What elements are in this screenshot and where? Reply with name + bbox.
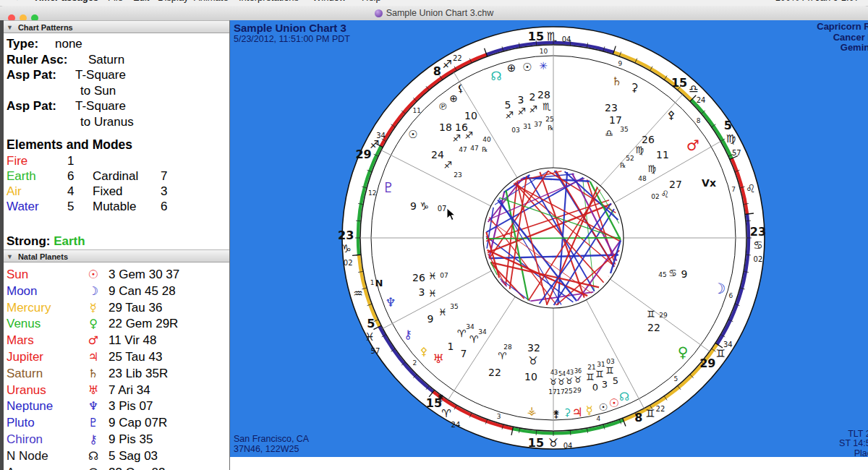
planet-name: Venus xyxy=(7,316,41,333)
house-number: 6 xyxy=(729,292,733,299)
wheel-point-label: 17 xyxy=(556,388,564,396)
info-line: ST 14:50:21 xyxy=(839,439,868,449)
wheel-point-label: 9 xyxy=(681,268,688,280)
aspect-line xyxy=(486,238,621,239)
wheel-point-label: 34 xyxy=(478,328,487,336)
elements-modes-table: Fire1Earth6Cardinal7Air4Fixed3Water5Muta… xyxy=(0,153,229,214)
house-number: 1 xyxy=(370,279,375,286)
section-header-natal-planets[interactable]: ▼Natal Planets xyxy=(0,249,229,262)
wheel-point-label: ♅ xyxy=(433,351,443,366)
wheel-point-label: 17 xyxy=(609,114,622,126)
menu-item-edit[interactable]: Edit xyxy=(133,0,149,3)
wheel-point-label: 21 xyxy=(587,364,595,371)
app-window: ●TimePassagesFileEditDisplayAnimateInter… xyxy=(0,0,868,470)
natal-planet-row: Mars♂11 Vir 48 xyxy=(0,333,229,349)
wheel-point-label: ☉ xyxy=(522,61,532,74)
cusp-label-ic: ♉ xyxy=(548,436,558,450)
planet-name: Moon xyxy=(7,283,38,300)
chart-pattern-value: none xyxy=(55,36,82,52)
menu-item-display[interactable]: Display xyxy=(158,0,189,3)
cusp-label-6th: ♊ xyxy=(716,347,726,360)
window-title-bar[interactable]: Sample Union Chart 3.chw xyxy=(0,6,868,21)
wheel-point-label: N xyxy=(375,278,383,289)
chart-wheel[interactable]: 12345678910111215♏048♐2229♐3423♑025♓5715… xyxy=(230,20,868,470)
wheel-point-label: ⚴ xyxy=(420,345,428,358)
wheel-point-label: ☊ xyxy=(619,390,629,403)
planet-position: 9 Can 45 28 xyxy=(109,283,176,300)
mode-count: 7 xyxy=(161,168,167,184)
summary-line: Cancer Moon xyxy=(817,33,868,43)
element-name: Fire xyxy=(7,153,27,168)
cusp-label-6th: 29 xyxy=(699,356,715,370)
wheel-point-label: 43 xyxy=(550,369,558,376)
wheel-point-label: 7 xyxy=(461,348,467,359)
menu-item-help[interactable]: Help xyxy=(362,0,381,3)
wheel-point-label: 02 xyxy=(651,193,659,200)
chart-pane: 12345678910111215♏048♐2229♐3423♑025♓5715… xyxy=(230,20,868,470)
chart-summary-top-right: Capricorn RisingCancer MoonGemini Sun xyxy=(817,22,868,54)
cusp-label-2nd: 5 xyxy=(367,317,375,330)
wheel-point-label: 23 xyxy=(454,171,461,179)
wheel-point-label: ♄ xyxy=(612,74,622,88)
element-count: 5 xyxy=(67,199,74,214)
cusp-label-11th: 22 xyxy=(453,54,462,62)
mode-count: 6 xyxy=(161,199,167,214)
house-number: 4 xyxy=(597,415,601,422)
wheel-point-label: 17 xyxy=(548,388,556,396)
disclosure-triangle-icon[interactable]: ▼ xyxy=(7,250,13,263)
element-name: Earth xyxy=(7,168,36,184)
menu-item-timepassages[interactable]: TimePassages xyxy=(33,0,98,3)
wheel-point-label: 23 xyxy=(605,102,618,114)
menu-status-area[interactable]: 100% Fri Jan 9 1:07 xyxy=(775,0,859,3)
wheel-point-label: ♈ xyxy=(469,333,479,345)
wheel-point-label: 28 xyxy=(503,343,512,351)
wheel-point-label: ♓ xyxy=(428,288,437,299)
wheel-point-label: 31 xyxy=(523,123,531,130)
planet-glyph-icon: ☽ xyxy=(84,283,103,300)
wheel-point-label: 5 xyxy=(505,99,511,111)
natal-planet-row: Asc☊23 Cap 02 xyxy=(0,465,229,470)
wheel-point-label: 52 xyxy=(626,155,634,162)
disclosure-triangle-icon[interactable]: ▼ xyxy=(7,21,13,34)
natal-planet-row: Venus♀22 Gem 29R xyxy=(0,316,229,333)
wheel-point-label: ♓ xyxy=(428,270,437,281)
house-number: 12 xyxy=(368,189,376,197)
wheel-point-label: ♐ xyxy=(517,106,526,117)
chart-pattern-row: Asp Pat:T-Square xyxy=(0,67,229,83)
menu-item-animate[interactable]: Animate xyxy=(194,0,229,3)
section-header-chart-patterns[interactable]: ▼Chart Patterns xyxy=(0,20,229,33)
cusp-label-6th: 34 xyxy=(723,341,733,349)
wheel-point-label: ♈ xyxy=(498,351,506,362)
cusp-label-asc: 02 xyxy=(344,259,353,267)
cusp-label-8th: 5 xyxy=(724,119,732,132)
natal-planet-row: Chiron⚷9 Pis 35 xyxy=(0,432,229,448)
chart-datetime: 5/23/2012, 11:51:00 PM PDT xyxy=(234,34,350,44)
chart-pattern-row: Asp Pat:T-Square xyxy=(0,98,229,114)
wheel-point-label: ⚶ xyxy=(527,404,537,417)
menu-item-interpretations[interactable]: Interpretations xyxy=(239,0,299,3)
wheel-point-label: ♍ xyxy=(647,163,656,174)
chart-title: Sample Union Chart 3 xyxy=(234,22,350,34)
wheel-point-label: ♐ xyxy=(529,104,537,115)
wheel-point-label: 24 xyxy=(431,149,444,161)
cusp-label-12th: ♐ xyxy=(370,138,379,151)
cusp-label-asc: 23 xyxy=(338,228,354,242)
element-mode-row: Fire1 xyxy=(0,153,229,168)
chart-patterns-list: Type:noneRuler Asc:SaturnAsp Pat:T-Squar… xyxy=(0,36,229,129)
menu-item-window[interactable]: Window xyxy=(312,0,346,3)
wheel-point-label: 28 xyxy=(537,89,550,101)
wheel-point-label: 37 xyxy=(534,121,542,128)
strong-element-value: Earth xyxy=(54,234,85,248)
sidebar: ▼Chart Patterns Type:noneRuler Asc:Satur… xyxy=(0,20,230,470)
apple-menu[interactable]: ● xyxy=(14,0,20,3)
planet-glyph-icon: ♄ xyxy=(84,366,103,383)
wheel-point-label: ♉ xyxy=(574,375,582,385)
elements-modes-title: Elements and Modes xyxy=(7,137,132,153)
menu-item-file[interactable]: File xyxy=(108,0,123,3)
planet-glyph-icon: ♂ xyxy=(84,333,103,349)
wheel-point-label: ♊ xyxy=(605,365,614,376)
wheel-point-label: 10 xyxy=(464,110,477,121)
planet-glyph-icon: ☊ xyxy=(84,465,103,470)
chart-location: San Francisco, CA37N46, 122W25 xyxy=(234,434,309,454)
planet-name: Mars xyxy=(7,333,34,349)
